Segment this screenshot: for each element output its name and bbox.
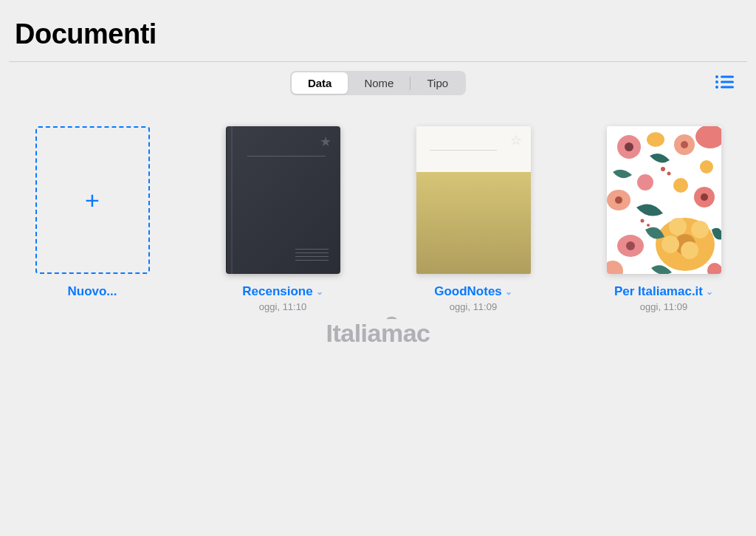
- svg-point-26: [661, 167, 665, 171]
- list-icon: [715, 75, 734, 89]
- document-title: Recensione: [242, 284, 312, 299]
- document-thumbnail[interactable]: ☆: [416, 126, 531, 274]
- plus-icon: +: [85, 186, 100, 215]
- svg-point-16: [615, 196, 622, 204]
- document-title-dropdown[interactable]: Recensione ⌄: [242, 284, 323, 299]
- svg-rect-5: [721, 86, 734, 88]
- svg-point-0: [715, 75, 718, 78]
- list-view-toggle[interactable]: [715, 75, 734, 92]
- sort-option-nome[interactable]: Nome: [348, 72, 410, 94]
- document-title: Per Italiamac.it: [614, 284, 703, 299]
- notebook-line: [247, 156, 326, 157]
- document-date: oggi, 11:10: [259, 301, 306, 312]
- document-date: oggi, 11:09: [450, 301, 497, 312]
- watermark: Italiamac: [326, 319, 430, 348]
- svg-point-29: [647, 224, 650, 227]
- svg-point-14: [637, 174, 653, 190]
- star-outline-icon: ☆: [510, 132, 522, 148]
- svg-point-2: [715, 80, 718, 83]
- star-icon: ★: [320, 134, 331, 150]
- sort-segment-control[interactable]: Data Nome Tipo: [290, 71, 466, 95]
- header: Documenti: [0, 0, 756, 61]
- svg-point-23: [626, 241, 635, 250]
- document-item-recensione: ★ Recensione ⌄ oggi, 11:10: [220, 126, 346, 312]
- svg-point-19: [701, 193, 708, 201]
- document-title-dropdown[interactable]: GoodNotes ⌄: [434, 284, 512, 299]
- document-thumbnail[interactable]: [607, 126, 721, 274]
- new-document-label[interactable]: Nuovo...: [67, 284, 117, 299]
- new-document-button[interactable]: +: [35, 126, 150, 274]
- chevron-down-icon: ⌄: [505, 286, 512, 297]
- documents-grid: + Nuovo... ★ Recensione ⌄ oggi, 11:10 ☆ …: [0, 104, 756, 334]
- svg-point-11: [681, 141, 688, 148]
- svg-rect-1: [721, 75, 734, 78]
- document-date: oggi, 11:09: [640, 301, 687, 312]
- page-title: Documenti: [15, 18, 741, 50]
- document-item-italiamac: Per Italiamac.it ⌄ oggi, 11:09: [601, 126, 726, 312]
- svg-point-28: [640, 219, 644, 223]
- toolbar: Data Nome Tipo: [0, 62, 756, 104]
- svg-point-17: [673, 178, 688, 193]
- document-title: GoodNotes: [434, 284, 502, 299]
- document-title-dropdown[interactable]: Per Italiamac.it ⌄: [614, 284, 713, 299]
- document-thumbnail[interactable]: ★: [226, 126, 340, 274]
- svg-point-27: [667, 172, 670, 176]
- chevron-down-icon: ⌄: [706, 286, 713, 297]
- svg-point-13: [700, 160, 713, 173]
- svg-rect-3: [721, 80, 734, 83]
- svg-point-4: [715, 86, 718, 89]
- sort-option-data[interactable]: Data: [292, 72, 348, 94]
- new-document-item: + Nuovo...: [30, 126, 155, 312]
- floral-cover: [607, 126, 721, 274]
- document-item-goodnotes: ☆ GoodNotes ⌄ oggi, 11:09: [410, 126, 536, 312]
- svg-point-8: [625, 142, 633, 151]
- sticky-body: [416, 172, 531, 274]
- sticky-header: ☆: [416, 126, 531, 172]
- svg-point-9: [647, 132, 664, 147]
- sort-option-tipo[interactable]: Tipo: [410, 72, 464, 94]
- notebook-lines: [295, 246, 329, 261]
- chevron-down-icon: ⌄: [316, 286, 323, 297]
